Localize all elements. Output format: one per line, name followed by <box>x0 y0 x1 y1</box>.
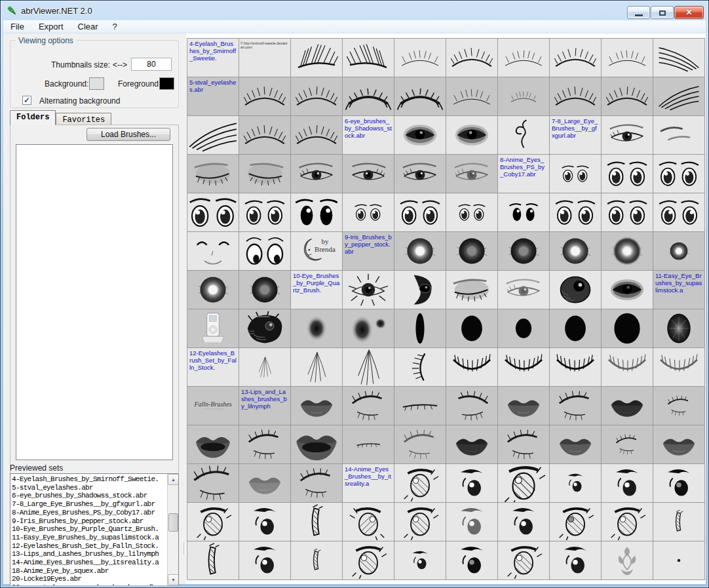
brush-thumbnail[interactable] <box>291 348 343 387</box>
brush-thumbnail[interactable] <box>653 541 705 580</box>
brush-thumbnail[interactable] <box>498 271 550 309</box>
brush-thumbnail[interactable] <box>343 348 394 387</box>
brush-thumbnail[interactable] <box>550 271 602 309</box>
brush-thumbnail[interactable] <box>239 116 291 155</box>
brush-thumbnail[interactable] <box>653 39 705 77</box>
brush-thumbnail[interactable] <box>394 541 446 580</box>
brush-thumbnail[interactable] <box>239 464 291 503</box>
brush-thumbnail[interactable] <box>446 271 498 309</box>
brush-thumbnail[interactable] <box>653 387 705 425</box>
brush-thumbnail[interactable] <box>187 271 239 309</box>
menu-item-clear[interactable]: Clear <box>71 20 105 33</box>
brush-thumbnail[interactable] <box>602 116 653 155</box>
brush-thumbnail[interactable] <box>291 116 343 155</box>
brush-thumbnail[interactable] <box>187 232 239 271</box>
previewed-set-item[interactable]: 22-assorted_manga_eye_brushes_by_sudhe <box>12 583 166 585</box>
brush-thumbnail[interactable] <box>187 541 239 580</box>
brush-thumbnail[interactable] <box>291 193 343 232</box>
foreground-color-swatch[interactable] <box>159 77 174 90</box>
brush-thumbnail[interactable] <box>394 271 446 309</box>
brush-thumbnail[interactable] <box>653 348 705 387</box>
brush-thumbnail[interactable] <box>550 464 602 503</box>
brush-set-label[interactable]: 11-Easy_Eye_Brushes_by_supaslimstock.a <box>653 271 705 309</box>
brush-thumbnail[interactable] <box>291 541 343 580</box>
listbox-scrollbar[interactable]: ▲ ▼ <box>167 474 178 585</box>
brush-thumbnail[interactable] <box>446 464 498 503</box>
brush-thumbnail[interactable] <box>239 271 291 309</box>
brush-thumbnail[interactable] <box>239 232 291 271</box>
brush-thumbnail[interactable] <box>394 232 446 271</box>
brush-thumbnail[interactable] <box>550 387 602 425</box>
brush-thumbnail[interactable] <box>291 425 343 464</box>
brush-thumbnail[interactable] <box>498 116 550 155</box>
brush-thumbnail[interactable] <box>394 503 446 541</box>
brush-thumbnail[interactable] <box>498 387 550 425</box>
brush-thumbnail[interactable] <box>498 503 550 541</box>
title-bar[interactable]: abrViewer.NET 2.0 ✕ <box>1 1 708 20</box>
brush-thumbnail[interactable] <box>343 193 394 232</box>
brush-thumbnail[interactable] <box>498 39 550 77</box>
brush-thumbnail[interactable] <box>239 77 291 116</box>
brush-thumbnail[interactable] <box>498 541 550 580</box>
scroll-thumb[interactable] <box>168 513 178 532</box>
brush-thumbnail[interactable] <box>550 425 602 464</box>
brush-thumbnail[interactable] <box>343 155 394 193</box>
thumbnails-size-input[interactable] <box>131 58 172 71</box>
previewed-set-item[interactable]: 10-Eye_Brushes_by_Purple_Quartz_Brush. <box>12 525 166 534</box>
brush-thumbnail[interactable] <box>602 39 653 77</box>
previewed-set-item[interactable]: 6-eye_brushes_by_Shadowss_stock.abr <box>12 492 166 500</box>
brush-thumbnail[interactable] <box>394 155 446 193</box>
brush-thumbnail[interactable] <box>602 232 653 271</box>
brush-thumbnail[interactable] <box>343 387 394 425</box>
brush-set-label[interactable]: 13-Lips_and_Lashes_brushes_by_lilnymph <box>239 387 291 425</box>
brush-set-label[interactable]: 6-eye_brushes_by_Shadowss_stock.abr <box>343 116 394 155</box>
brush-thumbnail[interactable] <box>498 425 550 464</box>
brush-thumbnail[interactable] <box>187 155 239 193</box>
brush-set-label[interactable]: 9-Iris_Brushes_by_pepper_stock.abr <box>343 232 394 271</box>
brush-thumbnail[interactable] <box>653 232 705 271</box>
brush-thumbnail[interactable] <box>653 155 705 193</box>
brush-thumbnail[interactable] <box>498 77 550 116</box>
brush-thumbnail[interactable] <box>498 464 550 503</box>
scroll-down-icon[interactable]: ▼ <box>168 574 179 585</box>
previewed-set-item[interactable]: 7-8_Large_Eye_Brushes__by_gfxgurl.abr <box>12 500 166 509</box>
brush-thumbnail[interactable]: by Brenda <box>291 232 343 271</box>
brush-thumbnail[interactable] <box>446 116 498 155</box>
brush-thumbnail[interactable] <box>187 309 239 348</box>
alternating-background-checkbox[interactable]: ✓ <box>22 96 31 105</box>
previewed-set-item[interactable]: 9-Iris_Brushes_by_pepper_stock.abr <box>12 517 166 526</box>
previewed-set-item[interactable]: 20-Locke19Eyes.abr <box>12 575 166 583</box>
minimize-button[interactable] <box>627 6 650 19</box>
brush-thumbnail[interactable] <box>602 541 653 580</box>
brush-thumbnail[interactable] <box>550 541 602 580</box>
maximize-button[interactable] <box>651 6 674 19</box>
brush-thumbnail[interactable] <box>291 155 343 193</box>
brush-set-label[interactable]: 5-stval_eyelashes.abr <box>187 77 239 116</box>
brush-thumbnail[interactable] <box>343 503 394 541</box>
brush-thumbnail[interactable] <box>550 348 602 387</box>
brush-thumbnail[interactable] <box>291 464 343 503</box>
brush-thumbnail[interactable] <box>602 503 653 541</box>
load-brushes-button[interactable]: Load Brushes... <box>86 128 170 141</box>
menu-item-file[interactable]: File <box>3 20 31 33</box>
brush-thumbnail[interactable] <box>446 39 498 77</box>
brush-thumbnail[interactable] <box>343 309 394 348</box>
brush-thumbnail[interactable] <box>550 232 602 271</box>
brush-thumbnail[interactable] <box>446 503 498 541</box>
tab-folders[interactable]: Folders <box>10 110 56 125</box>
brush-thumbnail[interactable] <box>446 232 498 271</box>
previewed-set-item[interactable]: 8-Anime_Eyes_Brushes_PS_by_Coby17.abr <box>12 509 166 517</box>
brush-set-label[interactable]: 12-Eyelashes_Brush_Set_by_Falln_Stock. <box>187 348 239 387</box>
brush-set-label[interactable]: 4-Eyelash_Brushes_by_Smirnoff_Sweetie. <box>187 39 239 77</box>
brush-thumbnail[interactable] <box>291 77 343 116</box>
brush-thumbnail[interactable] <box>602 193 653 232</box>
brush-thumbnail[interactable] <box>602 77 653 116</box>
brush-thumbnail[interactable] <box>446 425 498 464</box>
brush-thumbnail[interactable] <box>239 309 291 348</box>
brush-thumbnail[interactable] <box>446 541 498 580</box>
brush-thumbnail[interactable] <box>394 387 446 425</box>
menu-item-help[interactable]: ? <box>105 20 125 33</box>
brush-thumbnail[interactable] <box>550 77 602 116</box>
brush-thumbnail[interactable] <box>653 464 705 503</box>
background-color-swatch[interactable] <box>89 77 104 90</box>
